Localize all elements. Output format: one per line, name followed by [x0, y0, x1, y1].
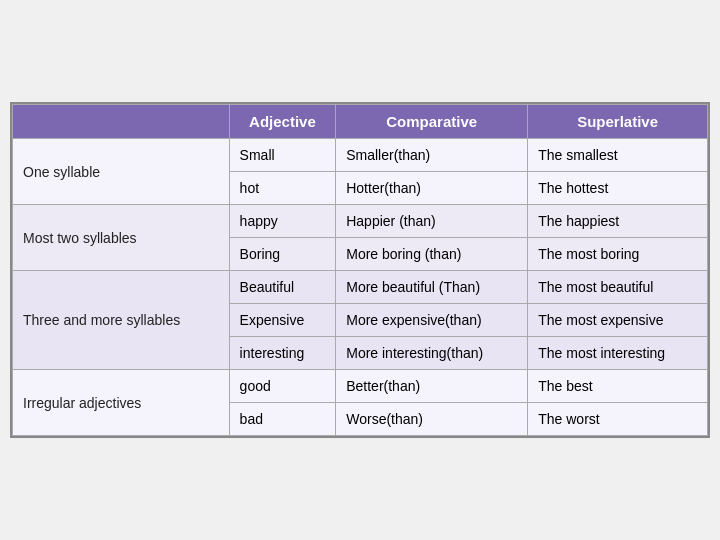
grammar-table: Adjective Comparative Superlative One sy… — [10, 102, 710, 438]
comparative-cell: More interesting(than) — [336, 337, 528, 370]
superlative-cell: The most boring — [528, 238, 708, 271]
category-cell: Most two syllables — [13, 205, 230, 271]
superlative-cell: The happiest — [528, 205, 708, 238]
header-comparative: Comparative — [336, 105, 528, 139]
superlative-cell: The worst — [528, 403, 708, 436]
comparative-cell: More beautiful (Than) — [336, 271, 528, 304]
adjective-cell: Beautiful — [229, 271, 336, 304]
superlative-cell: The most expensive — [528, 304, 708, 337]
superlative-cell: The smallest — [528, 139, 708, 172]
superlative-cell: The best — [528, 370, 708, 403]
superlative-cell: The most interesting — [528, 337, 708, 370]
table-row: Most two syllableshappyHappier (than)The… — [13, 205, 708, 238]
comparative-cell: More boring (than) — [336, 238, 528, 271]
adjective-cell: interesting — [229, 337, 336, 370]
comparative-cell: More expensive(than) — [336, 304, 528, 337]
superlative-cell: The most beautiful — [528, 271, 708, 304]
adjective-cell: happy — [229, 205, 336, 238]
comparative-cell: Smaller(than) — [336, 139, 528, 172]
comparative-cell: Better(than) — [336, 370, 528, 403]
adjective-cell: good — [229, 370, 336, 403]
comparative-cell: Hotter(than) — [336, 172, 528, 205]
header-empty — [13, 105, 230, 139]
comparative-cell: Happier (than) — [336, 205, 528, 238]
superlative-cell: The hottest — [528, 172, 708, 205]
adjective-cell: Boring — [229, 238, 336, 271]
adjective-cell: bad — [229, 403, 336, 436]
category-cell: One syllable — [13, 139, 230, 205]
header-superlative: Superlative — [528, 105, 708, 139]
category-cell: Irregular adjectives — [13, 370, 230, 436]
table-row: Irregular adjectivesgoodBetter(than)The … — [13, 370, 708, 403]
category-cell: Three and more syllables — [13, 271, 230, 370]
header-adjective: Adjective — [229, 105, 336, 139]
table-row: Three and more syllablesBeautifulMore be… — [13, 271, 708, 304]
adjective-cell: Expensive — [229, 304, 336, 337]
comparative-cell: Worse(than) — [336, 403, 528, 436]
adjective-cell: hot — [229, 172, 336, 205]
table-row: One syllableSmallSmaller(than)The smalle… — [13, 139, 708, 172]
adjective-cell: Small — [229, 139, 336, 172]
